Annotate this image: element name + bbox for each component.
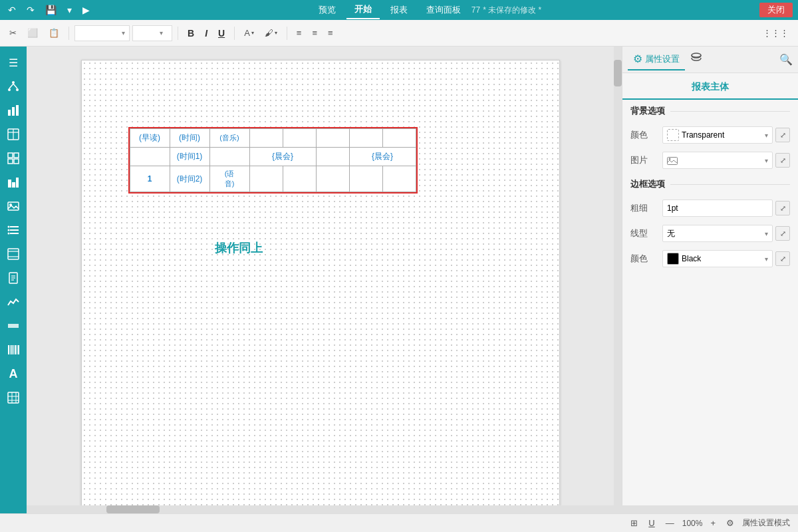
status-settings-btn[interactable]: ⚙: [724, 517, 737, 529]
cut-btn[interactable]: ✂: [5, 25, 21, 41]
sidebar-hierarchy-icon[interactable]: [3, 76, 24, 97]
border-style-expand-btn[interactable]: ⤢: [775, 226, 790, 241]
svg-rect-15: [8, 180, 11, 188]
font-family-dropdown[interactable]: ▾: [74, 25, 130, 41]
bg-color-expand-btn[interactable]: ⤢: [775, 128, 790, 142]
cell-r3c2[interactable]: (时间2): [170, 166, 209, 192]
svg-rect-13: [8, 159, 13, 164]
horizontal-scrollbar[interactable]: [27, 505, 798, 513]
status-minus-btn[interactable]: —: [663, 517, 677, 529]
sidebar-doc-icon[interactable]: [3, 267, 24, 289]
sidebar-menu-icon[interactable]: ☰: [3, 52, 24, 73]
search-icon[interactable]: 🔍: [779, 53, 793, 66]
border-style-select[interactable]: 无 ▾: [662, 225, 773, 242]
scrollbar-thumb-v[interactable]: [614, 60, 622, 86]
cell-r3c3[interactable]: (语音): [209, 166, 249, 192]
save-btn[interactable]: 💾: [43, 3, 59, 17]
gear-icon: ⚙: [633, 53, 642, 65]
cell-r3c5[interactable]: [283, 166, 316, 192]
cell-r3c1[interactable]: 1: [130, 166, 170, 192]
align-right-btn[interactable]: ≡: [324, 25, 337, 41]
border-color-select[interactable]: Black ▾: [662, 250, 773, 267]
separator-2: [178, 27, 178, 40]
undo-btn[interactable]: ↶: [5, 3, 19, 17]
tab-report[interactable]: 报表: [382, 1, 416, 19]
cell-r1c7[interactable]: [349, 129, 382, 148]
bg-image-control: ▾ ⤢: [662, 152, 790, 169]
vertical-scrollbar[interactable]: [614, 47, 622, 505]
cell-r1c2[interactable]: (时间): [170, 129, 209, 148]
cell-r2c6[interactable]: {晨会}: [349, 148, 416, 166]
bg-image-select[interactable]: ▾: [662, 152, 773, 169]
sidebar-list-icon[interactable]: [3, 219, 24, 241]
sidebar-table-icon[interactable]: [3, 124, 24, 145]
tab-query-panel[interactable]: 查询面板: [418, 1, 469, 19]
copy-btn[interactable]: ⬜: [23, 25, 42, 41]
tab-start[interactable]: 开始: [346, 1, 380, 19]
border-weight-expand-btn[interactable]: ⤢: [775, 201, 790, 215]
align-left-btn[interactable]: ≡: [293, 25, 306, 41]
bold-btn[interactable]: B: [184, 26, 198, 41]
border-color-expand-btn[interactable]: ⤢: [775, 251, 790, 266]
border-color-dropdown-arrow: ▾: [765, 255, 768, 263]
operation-text: 操作同上: [215, 240, 263, 256]
properties-tab[interactable]: ⚙ 属性设置: [628, 49, 685, 70]
cell-r2c3[interactable]: [209, 148, 249, 166]
border-weight-input[interactable]: 1pt: [662, 200, 773, 217]
cell-r1c6[interactable]: [316, 129, 349, 148]
sidebar-grid2-icon[interactable]: [3, 387, 24, 408]
align-center-btn[interactable]: ≡: [308, 25, 321, 41]
cell-r1c4[interactable]: [249, 129, 283, 148]
paste-btn[interactable]: 📋: [45, 25, 63, 41]
status-plus-btn[interactable]: +: [708, 517, 718, 529]
sidebar-bar-chart-icon[interactable]: [3, 172, 24, 193]
cell-r2c5[interactable]: [316, 148, 349, 166]
tab-preview[interactable]: 预览: [311, 1, 344, 19]
cell-r2c4[interactable]: {晨会}: [249, 148, 316, 166]
bg-color-dropdown-arrow: ▾: [765, 132, 768, 139]
cell-r1c3[interactable]: (音乐): [209, 129, 249, 148]
font-size-dropdown[interactable]: ▾: [132, 25, 172, 41]
bg-image-label: 图片: [630, 154, 657, 166]
cell-r2c1[interactable]: [130, 148, 170, 166]
svg-point-0: [12, 81, 15, 84]
redo-btn[interactable]: ↷: [24, 3, 37, 17]
sidebar-band-icon[interactable]: [3, 315, 24, 336]
more-options-btn[interactable]: ⋮⋮⋮: [759, 25, 793, 41]
left-sidebar: ☰: [0, 47, 27, 513]
cell-r3c7[interactable]: [349, 166, 382, 192]
cell-r3c4[interactable]: [249, 166, 283, 192]
sidebar-line-chart-icon[interactable]: [3, 291, 24, 313]
cell-r3c8[interactable]: [382, 166, 416, 192]
bg-color-row: 颜色 Transparent ▾ ⤢: [622, 122, 798, 148]
sidebar-text-icon[interactable]: A: [3, 363, 24, 384]
cell-r1c5[interactable]: [283, 129, 316, 148]
run-btn[interactable]: ▶: [80, 3, 92, 17]
sidebar-grid-icon[interactable]: [3, 148, 24, 169]
bg-color-select[interactable]: Transparent ▾: [662, 126, 773, 144]
data-tab[interactable]: [685, 48, 708, 72]
bg-color-value: Transparent: [682, 130, 762, 140]
status-grid-btn[interactable]: ⊞: [628, 517, 640, 529]
italic-btn[interactable]: I: [201, 26, 211, 41]
sidebar-barcode-icon[interactable]: [3, 339, 24, 360]
bg-image-expand-btn[interactable]: ⤢: [775, 153, 790, 168]
font-color-btn[interactable]: A▾: [240, 25, 258, 41]
sidebar-chart-icon[interactable]: [3, 100, 24, 121]
cell-r3c6[interactable]: [316, 166, 349, 192]
border-weight-row: 粗细 1pt ⤢: [622, 196, 798, 221]
underline-btn[interactable]: U: [214, 26, 229, 41]
canvas-area[interactable]: (早读) (时间) (音乐): [27, 47, 614, 505]
svg-rect-12: [14, 153, 19, 158]
cell-r1c8[interactable]: [382, 129, 416, 148]
cell-r2c2[interactable]: (时间1): [170, 148, 209, 166]
status-underline-btn[interactable]: U: [646, 517, 657, 529]
sidebar-panel-icon[interactable]: [3, 243, 24, 265]
scrollbar-thumb-h[interactable]: [106, 505, 160, 513]
sidebar-image-icon[interactable]: [3, 196, 24, 217]
panel-content: 报表主体 背景选项 颜色 Transparent ▾ ⤢: [622, 73, 798, 505]
save-dropdown-btn[interactable]: ▾: [65, 3, 74, 17]
close-button[interactable]: 关闭: [759, 3, 793, 17]
highlight-btn[interactable]: 🖌▾: [261, 25, 281, 41]
cell-r1c1[interactable]: (早读): [130, 129, 170, 148]
